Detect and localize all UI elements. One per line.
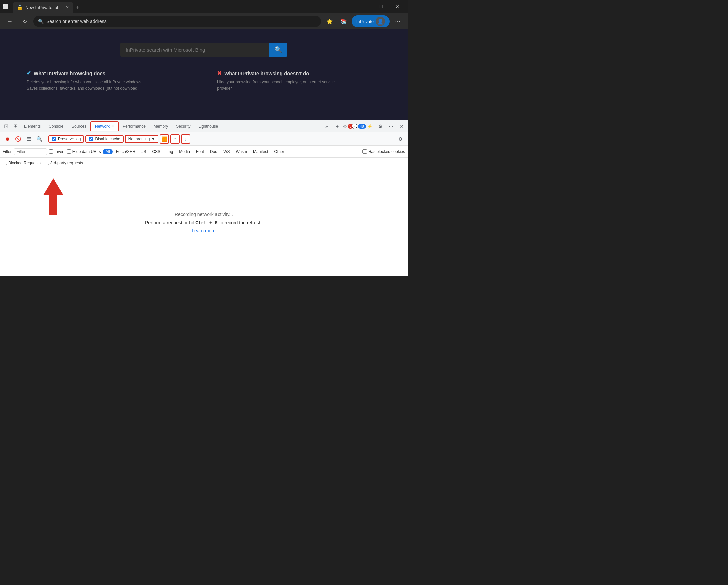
filter-type-doc[interactable]: Doc (207, 149, 220, 154)
tab-security-label: Security (176, 124, 190, 129)
back-button[interactable]: ← (4, 16, 16, 27)
throttle-label: No throttling (128, 137, 150, 141)
filter-type-all[interactable]: All (103, 149, 112, 154)
filter-toggle-btn[interactable]: ☰ (24, 134, 33, 144)
blocked-requests-group[interactable]: Blocked Requests (3, 161, 41, 165)
filter-type-other[interactable]: Other (271, 149, 287, 154)
search-input[interactable] (120, 43, 269, 57)
browser-tab[interactable]: 🔒 New InPrivate tab ✕ (13, 2, 73, 13)
devtools-infos-btn[interactable]: 💬 48 (354, 122, 364, 131)
new-tab-button[interactable]: + (73, 3, 82, 13)
page-content: 🔍 ✔ What InPrivate browsing does Deletes… (0, 29, 408, 119)
tab-elements-label: Elements (24, 124, 41, 129)
invert-group[interactable]: Invert (49, 149, 65, 154)
third-party-group[interactable]: 3rd-party requests (45, 161, 83, 165)
hide-data-urls-checkbox[interactable] (67, 149, 71, 154)
nav-bar: ← ↻ 🔍 Search or enter web address ⭐ 📚 In… (0, 14, 408, 29)
minimize-btn[interactable]: ─ (356, 1, 371, 12)
offline-icon-btn[interactable]: 📶 (160, 134, 169, 144)
third-party-label: 3rd-party requests (50, 161, 83, 165)
svg-marker-2 (44, 179, 63, 195)
disable-cache-checkbox[interactable] (88, 137, 93, 141)
more-menu-btn[interactable]: ⋯ (392, 16, 404, 27)
tab-network-close[interactable]: ✕ (111, 124, 114, 128)
address-bar[interactable]: 🔍 Search or enter web address (33, 16, 321, 27)
preserve-log-checkbox[interactable] (52, 137, 56, 141)
tab-lighthouse-label: Lighthouse (199, 124, 218, 129)
toolbar-divider-1 (46, 136, 47, 142)
filter-type-img[interactable]: Img (164, 149, 176, 154)
filter-type-fetch[interactable]: Fetch/XHR (113, 149, 138, 154)
hide-data-urls-group[interactable]: Hide data URLs (67, 149, 101, 154)
tab-memory[interactable]: Memory (150, 122, 172, 131)
blocked-requests-checkbox[interactable] (3, 161, 7, 165)
filter-type-ws[interactable]: WS (220, 149, 232, 154)
collections-icon[interactable]: 📚 (338, 16, 350, 27)
devtools-errors-btn[interactable]: ⊗ 3 (343, 122, 353, 131)
info-col-doesnt-text2: provider (217, 85, 381, 91)
info-col-does-title-text: What InPrivate browsing does (34, 71, 105, 76)
learn-more-link[interactable]: Learn more (192, 228, 216, 233)
recording-text: Recording network activity... (175, 212, 233, 217)
clear-btn[interactable]: 🚫 (14, 134, 23, 144)
tab-performance[interactable]: Performance (119, 122, 150, 131)
tab-elements[interactable]: Elements (20, 122, 45, 131)
filter-bar: Filter Invert Hide data URLs All Fetch/X… (0, 146, 408, 158)
info-col-does-text2: Saves collections, favorites, and downlo… (27, 85, 190, 91)
info-col-does-title: ✔ What InPrivate browsing does (27, 70, 190, 76)
filter-type-css[interactable]: CSS (149, 149, 163, 154)
devtools-undock-btn[interactable]: ⊞ (11, 122, 20, 131)
tab-lighthouse[interactable]: Lighthouse (195, 122, 223, 131)
tab-title: New InPrivate tab (25, 5, 63, 10)
filter-input[interactable] (14, 148, 47, 155)
annotation-arrow (37, 175, 70, 222)
close-btn[interactable]: ✕ (390, 1, 405, 12)
record-btn[interactable]: ⏺ (3, 134, 12, 144)
devtools-more-btn[interactable]: ⋯ (386, 122, 396, 131)
throttle-dropdown[interactable]: No throttling ▼ (125, 135, 159, 143)
download-throttle-btn[interactable]: ↓ (181, 134, 190, 144)
tab-security[interactable]: Security (172, 122, 194, 131)
info-col-doesnt: ✖ What InPrivate browsing doesn't do Hid… (217, 70, 381, 91)
favorites-icon[interactable]: ⭐ (324, 16, 336, 27)
devtools-close-btn[interactable]: ✕ (397, 122, 406, 131)
third-party-checkbox[interactable] (45, 161, 49, 165)
refresh-button[interactable]: ↻ (19, 16, 31, 27)
tab-console[interactable]: Console (45, 122, 68, 131)
hide-data-urls-label: Hide data URLs (73, 149, 101, 154)
tab-sources[interactable]: Sources (68, 122, 90, 131)
filter-type-wasm[interactable]: Wasm (233, 149, 250, 154)
info-col-doesnt-title: ✖ What InPrivate browsing doesn't do (217, 70, 381, 76)
disable-cache-label: Disable cache (95, 137, 120, 141)
filter-type-js[interactable]: JS (139, 149, 149, 154)
tab-close-btn[interactable]: ✕ (66, 5, 69, 10)
invert-checkbox[interactable] (49, 149, 53, 154)
filter-type-manifest[interactable]: Manifest (250, 149, 270, 154)
profile-icon[interactable]: 👤 (375, 17, 385, 26)
tab-memory-label: Memory (154, 124, 168, 129)
has-blocked-checkbox[interactable] (363, 149, 367, 154)
devtools-more-tabs-btn[interactable]: » (322, 122, 332, 131)
inprivate-button[interactable]: InPrivate 👤 (352, 16, 390, 27)
invert-label: Invert (55, 149, 65, 154)
search-submit-btn[interactable]: 🔍 (269, 43, 287, 57)
network-settings-btn[interactable]: ⚙ (396, 134, 405, 144)
shortcut: Ctrl + R (196, 220, 218, 225)
upload-throttle-btn[interactable]: ↑ (171, 134, 180, 144)
has-blocked-group: Has blocked cookies (363, 149, 405, 154)
address-search-icon: 🔍 (38, 19, 44, 24)
tab-favicon: 🔒 (17, 5, 23, 10)
tab-network[interactable]: Network ✕ (90, 121, 119, 131)
filter-type-font[interactable]: Font (193, 149, 207, 154)
maximize-btn[interactable]: ☐ (373, 1, 388, 12)
devtools-dock-btn[interactable]: ⊡ (1, 122, 11, 131)
search-network-btn[interactable]: 🔍 (35, 134, 44, 144)
devtools-settings-btn[interactable]: ⚙ (375, 122, 385, 131)
disable-cache-group[interactable]: Disable cache (85, 135, 123, 143)
refresh-text: Perform a request or hit Ctrl + R to rec… (145, 220, 263, 225)
preserve-log-group[interactable]: Preserve log (48, 135, 84, 143)
filter-type-media[interactable]: Media (176, 149, 193, 154)
devtools-add-tab-btn[interactable]: + (333, 122, 342, 131)
svg-rect-1 (49, 195, 57, 215)
devtools-connections-btn[interactable]: ⚡ (365, 122, 374, 131)
